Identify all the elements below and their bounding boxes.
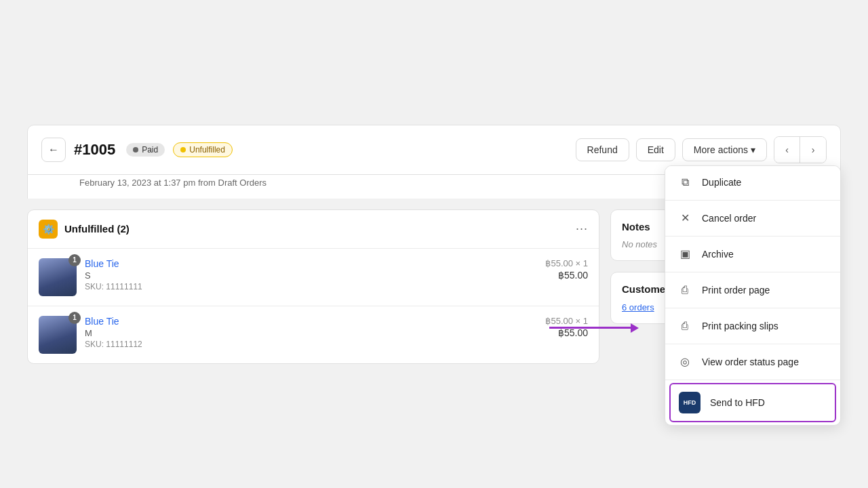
product-variant-1: S [85,270,471,281]
product-details-1: Blue Tie S SKU: 11111111 [85,258,471,291]
more-actions-dropdown: ⧉ Duplicate ✕ Cancel order ▣ Archive ⎙ P… [665,165,841,426]
print-order-icon: ⎙ [677,283,692,298]
unfulfilled-card-header: ⚙️ Unfulfilled (2) ··· [28,210,599,248]
dropdown-item-send-hfd[interactable]: HFD Send to HFD [669,383,836,422]
refund-button[interactable]: Refund [576,138,629,161]
product-link-2[interactable]: Blue Tie [85,316,119,327]
product-sku-1: SKU: 11111111 [85,282,471,291]
unfulfilled-badge: Unfulfilled [173,142,233,157]
dropdown-divider-6 [665,380,840,380]
left-panel: ⚙️ Unfulfilled (2) ··· 1 [27,209,599,364]
product-link-1[interactable]: Blue Tie [85,258,119,269]
unfulfilled-status-icon: ⚙️ [39,220,58,239]
archive-icon: ▣ [677,247,692,262]
arrow-head [631,323,639,333]
product-total-1: ฿55.00 [558,270,588,281]
product-image-wrapper-2: 1 [39,316,77,354]
product-row-2: 1 Blue Tie M SKU: 11111112 ฿55.00 × 1 ฿5… [28,306,599,363]
duplicate-icon: ⧉ [677,175,692,190]
unfulfilled-card: ⚙️ Unfulfilled (2) ··· 1 [27,209,599,364]
nav-arrows: ‹ › [774,136,827,163]
product-sku-2: SKU: 11111112 [85,340,471,349]
paid-badge: Paid [126,143,165,157]
chevron-down-icon: ▾ [751,144,755,155]
product-variant-2: M [85,328,471,338]
header-section-wrapper: ← #1005 Paid Unfulfilled Refund Edit Mor… [27,125,841,199]
header-left: ← #1005 Paid Unfulfilled [41,138,233,162]
back-button[interactable]: ← [41,138,66,162]
dropdown-item-duplicate[interactable]: ⧉ Duplicate [665,166,840,199]
arrow-annotation [549,323,651,333]
next-order-button[interactable]: › [800,137,826,163]
customer-orders-link[interactable]: 6 orders [622,302,654,312]
dropdown-item-archive[interactable]: ▣ Archive [665,238,840,270]
cancel-icon: ✕ [677,211,692,226]
dropdown-item-view-status[interactable]: ◎ View order status page [665,346,840,378]
print-packing-icon: ⎙ [677,319,692,333]
header-right: Refund Edit More actions ▾ ‹ › [576,136,827,163]
hfd-icon: HFD [679,392,701,413]
product-price-group-1: ฿55.00 × 1 ฿55.00 [479,258,588,281]
product-image-wrapper-1: 1 [39,258,77,296]
quantity-badge-1: 1 [68,254,81,266]
unfulfilled-card-title: Unfulfilled (2) [64,223,130,235]
order-number: #1005 [74,141,115,159]
dropdown-divider-1 [665,200,840,201]
dropdown-item-print-packing[interactable]: ⎙ Print packing slips [665,310,840,342]
product-details-2: Blue Tie M SKU: 11111112 [85,316,471,349]
card-title-group: ⚙️ Unfulfilled (2) [39,220,130,239]
dropdown-divider-2 [665,236,840,237]
dropdown-divider-3 [665,272,840,272]
dropdown-divider-4 [665,308,840,308]
view-status-icon: ◎ [677,354,692,369]
dropdown-item-print-order[interactable]: ⎙ Print order page [665,274,840,306]
product-unit-price-1: ฿55.00 × 1 [545,258,588,268]
quantity-badge-2: 1 [68,312,81,324]
edit-button[interactable]: Edit [636,138,675,161]
product-row-1: 1 Blue Tie S SKU: 11111111 ฿55.00 × 1 ฿5… [28,249,599,306]
dropdown-item-cancel-order[interactable]: ✕ Cancel order [665,202,840,235]
three-dots-button[interactable]: ··· [576,222,588,236]
prev-order-button[interactable]: ‹ [774,137,800,163]
arrow-line [549,327,631,329]
page-wrapper: ← #1005 Paid Unfulfilled Refund Edit Mor… [0,0,868,488]
more-actions-button[interactable]: More actions ▾ [682,138,767,161]
main-container: ← #1005 Paid Unfulfilled Refund Edit Mor… [27,125,841,364]
dropdown-divider-5 [665,344,840,344]
